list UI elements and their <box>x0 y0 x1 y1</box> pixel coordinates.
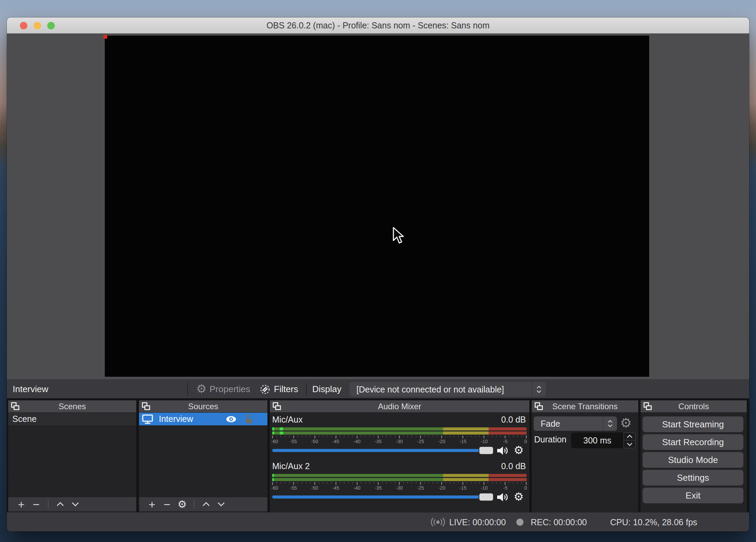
mixer-channel-db: 0.0 dB <box>501 461 526 471</box>
sources-toolbar: + − ⚙ <box>139 497 267 511</box>
scenes-toolbar: + − <box>8 497 136 511</box>
speaker-icon[interactable] <box>496 492 509 502</box>
transition-gear-icon[interactable]: ⚙ <box>620 416 632 429</box>
transition-dropdown[interactable]: Fade <box>534 416 617 431</box>
db-tick-label: -25 <box>417 485 424 491</box>
db-tick-label: -20 <box>438 485 445 491</box>
properties-gear-icon: ⚙ <box>196 383 206 395</box>
source-properties-gear-icon[interactable]: ⚙ <box>175 497 190 511</box>
db-scale-ticks <box>272 482 527 485</box>
db-tick-label: -35 <box>375 485 381 491</box>
db-tick-label: -35 <box>375 439 381 444</box>
db-tick-label: -15 <box>459 485 466 491</box>
duration-increment-button[interactable] <box>624 433 635 440</box>
db-tick-label: -20 <box>438 439 445 444</box>
db-tick-label: -50 <box>311 439 318 444</box>
move-source-down-button[interactable] <box>214 497 229 511</box>
db-tick-label: -55 <box>290 439 297 444</box>
titlebar[interactable]: OBS 26.0.2 (mac) - Profile: Sans nom - S… <box>7 17 749 34</box>
studio-mode-button[interactable]: Studio Mode <box>643 452 743 468</box>
window-title: OBS 26.0.2 (mac) - Profile: Sans nom - S… <box>7 21 749 30</box>
toolbar-separator <box>187 383 188 396</box>
db-scale-labels: -60-55-50-45-40-35-30-25-20-15-10-50 <box>272 439 527 444</box>
add-scene-button[interactable]: + <box>14 497 29 511</box>
move-source-up-button[interactable] <box>199 497 214 511</box>
exit-button[interactable]: Exit <box>643 488 743 503</box>
obs-window: OBS 26.0.2 (mac) - Profile: Sans nom - S… <box>7 17 749 531</box>
move-scene-up-button[interactable] <box>53 497 68 511</box>
filters-icon <box>260 384 270 395</box>
db-tick-label: -60 <box>271 485 278 491</box>
audio-mixer-title: Audio Mixer <box>270 402 529 411</box>
add-source-button[interactable]: + <box>144 497 160 511</box>
mouse-cursor <box>393 227 406 245</box>
source-label: Interview <box>159 414 193 424</box>
start-streaming-button[interactable]: Start Streaming <box>643 416 743 432</box>
db-tick-label: -30 <box>396 439 403 444</box>
start-recording-button[interactable]: Start Recording <box>643 434 743 450</box>
settings-button[interactable]: Settings <box>643 470 743 486</box>
controls-title: Controls <box>641 402 747 411</box>
volume-meter <box>272 431 527 435</box>
audio-mixer-panel-header: Audio Mixer <box>270 400 529 413</box>
mixer-channel-mic-aux: Mic/Aux 0.0 dB -60-55-50-45-40-35-30-25-… <box>272 415 527 460</box>
toolbar-divider <box>194 500 194 509</box>
volume-slider[interactable] <box>272 449 490 452</box>
mixer-channel-mic-aux-2: Mic/Aux 2 0.0 dB -60-55-50-45-40-35-30-2… <box>272 461 527 506</box>
display-device-dropdown[interactable]: [Device not connected or not available] <box>350 382 546 397</box>
preview-canvas[interactable] <box>105 36 649 377</box>
mixer-channel-name: Mic/Aux <box>272 415 303 425</box>
source-list-item-selected[interactable]: Interview <box>139 413 267 425</box>
scenes-panel: Scenes Scene + − <box>8 400 136 512</box>
db-tick-label: -45 <box>332 439 339 444</box>
db-scale-ticks <box>272 436 527 438</box>
duration-stepper <box>623 433 635 448</box>
db-tick-label: -50 <box>311 485 318 491</box>
db-tick-label: -5 <box>503 439 507 444</box>
display-capture-icon <box>142 414 153 424</box>
db-tick-label: -40 <box>354 439 361 444</box>
scene-list-item[interactable]: Scene <box>8 413 136 425</box>
dropdown-spinner-icon[interactable] <box>532 382 546 397</box>
device-dropdown-value: [Device not connected or not available] <box>350 385 532 395</box>
duration-input[interactable]: 300 ms <box>571 433 623 448</box>
volume-slider[interactable] <box>272 495 490 499</box>
scenes-panel-header: Scenes <box>8 400 136 413</box>
scene-transitions-title: Scene Transitions <box>532 402 638 411</box>
mixer-gear-icon[interactable]: ⚙ <box>514 444 524 456</box>
lock-icon[interactable] <box>244 414 253 424</box>
remove-source-button[interactable]: − <box>160 497 175 511</box>
live-status: LIVE: 00:00:00 <box>449 517 506 527</box>
scene-transitions-panel-header: Scene Transitions <box>532 400 638 413</box>
toolbar-separator <box>306 383 307 396</box>
speaker-icon[interactable] <box>496 446 509 455</box>
volume-meter <box>272 474 527 477</box>
rec-dot-icon <box>516 518 524 526</box>
source-selection-handle[interactable] <box>103 35 107 39</box>
duration-label: Duration <box>534 435 567 444</box>
visibility-eye-icon[interactable] <box>225 415 237 423</box>
volume-meter <box>272 478 527 481</box>
duration-decrement-button[interactable] <box>624 440 635 448</box>
db-tick-label: -5 <box>503 485 507 491</box>
mixer-gear-icon[interactable]: ⚙ <box>514 491 524 502</box>
status-bar: LIVE: 00:00:00 REC: 00:00:00 CPU: 10.2%,… <box>7 512 749 531</box>
scenes-title: Scenes <box>8 402 136 411</box>
db-tick-label: -30 <box>396 485 403 491</box>
dropdown-spinner-icon[interactable] <box>603 416 617 431</box>
rec-status: REC: 00:00:00 <box>531 517 587 527</box>
display-label: Display <box>312 384 341 395</box>
remove-scene-button[interactable]: − <box>29 497 44 511</box>
sources-title: Sources <box>139 402 267 411</box>
volume-slider-handle[interactable] <box>479 493 494 501</box>
mixer-channel-db: 0.0 dB <box>501 415 526 425</box>
filters-button[interactable]: Filters <box>274 384 298 395</box>
mixer-channel-name: Mic/Aux 2 <box>272 461 310 471</box>
properties-button[interactable]: Properties <box>210 384 250 395</box>
volume-slider-handle[interactable] <box>479 446 494 455</box>
volume-meter <box>272 427 527 430</box>
transition-value: Fade <box>534 419 603 429</box>
db-tick-label: 0 <box>524 485 527 491</box>
controls-panel-header: Controls <box>641 400 747 413</box>
move-scene-down-button[interactable] <box>68 497 83 511</box>
